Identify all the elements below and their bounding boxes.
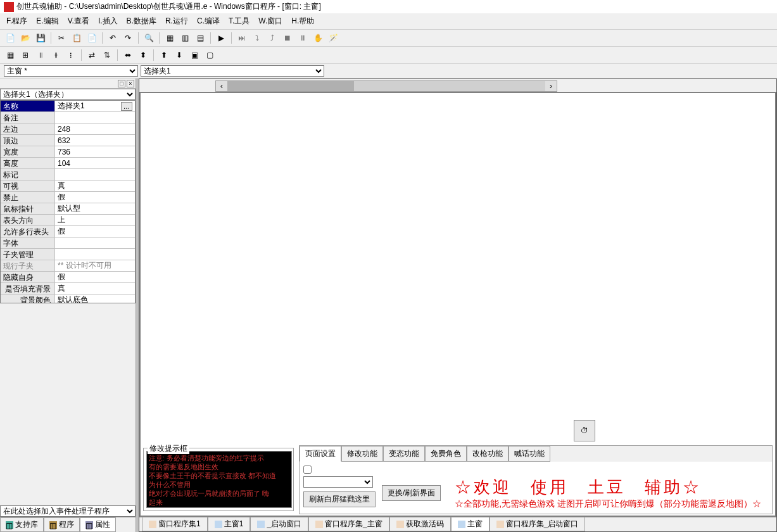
layout2-icon[interactable]: ▥ [179,32,191,44]
property-value[interactable]: 假 [55,192,135,203]
bottom-tab-3[interactable]: 窗口程序集_主窗 [308,517,389,531]
property-value[interactable]: 真 [55,283,135,294]
acenter-icon[interactable]: ⬍ [137,49,149,61]
property-value[interactable]: 632 [55,135,135,146]
tab-0[interactable]: 页面设置 [300,446,341,462]
property-row[interactable]: 名称选择夹1... [1,101,135,112]
property-row[interactable]: 子夹管理 [1,249,135,260]
horizontal-scrollbar[interactable]: ‹ › [215,80,557,92]
menu-help[interactable]: H.帮助 [291,16,314,27]
tab-properties[interactable]: ◫属性 [80,517,116,532]
new-icon[interactable]: 📄 [4,32,16,44]
align1-icon[interactable]: ⫴ [34,49,47,61]
group-icon[interactable]: ▣ [188,49,201,61]
redo-icon[interactable]: ↷ [122,32,134,44]
grid-icon[interactable]: ▦ [4,49,16,61]
window-select[interactable]: 主窗 * [4,65,138,77]
property-row[interactable]: 宽度736 [1,146,135,158]
align3-icon[interactable]: ⫶ [65,49,77,61]
hflip-icon[interactable]: ⇄ [85,49,98,61]
menu-run[interactable]: R.运行 [165,16,188,27]
layout3-icon[interactable]: ▤ [194,32,206,44]
property-value[interactable]: 选择夹1... [55,101,135,111]
property-value[interactable] [55,238,135,248]
scroll-right-icon[interactable]: › [545,81,557,91]
breakpoint-icon[interactable]: ⏹ [281,32,294,44]
menu-program[interactable]: F.程序 [6,16,27,27]
step-icon[interactable]: ⏭ [236,32,248,44]
property-value[interactable]: 假 [55,272,135,282]
tab-3[interactable]: 免费角色 [425,446,467,462]
layout1-icon[interactable]: ▦ [163,32,176,44]
bottom-tab-5[interactable]: 主窗 [451,517,490,531]
property-value[interactable]: 真 [55,180,135,191]
menu-edit[interactable]: E.编辑 [36,16,58,27]
checkbox[interactable] [303,466,312,474]
bottom-tab-4[interactable]: 获取激活码 [389,517,451,531]
stepinto-icon[interactable]: ⤵ [251,32,263,44]
scroll-left-icon[interactable]: ‹ [216,81,227,91]
menu-view[interactable]: V.查看 [68,16,89,27]
property-row[interactable]: 标记 [1,169,135,180]
property-row[interactable]: 允许多行表头假 [1,226,135,238]
menu-insert[interactable]: I.插入 [98,16,118,27]
stop-icon[interactable]: ⏸ [296,32,309,44]
cut-icon[interactable]: ✂ [55,32,68,44]
bottom-tab-6[interactable]: 窗口程序集_启动窗口 [490,517,586,531]
run-icon[interactable]: ▶ [215,32,227,44]
property-value[interactable]: 默认型 [55,203,135,214]
property-row[interactable]: 鼠标指针默认型 [1,203,135,215]
property-grid[interactable]: 名称选择夹1...备注左边248顶边632宽度736高度104标记可视真禁止假鼠… [0,100,136,303]
property-value[interactable] [55,249,135,260]
property-value[interactable]: 104 [55,158,135,168]
panel-close-icon[interactable]: × [127,80,134,87]
tab-1[interactable]: 修改功能 [341,446,383,462]
open-icon[interactable]: 📂 [19,32,32,44]
undo-icon[interactable]: ↶ [106,32,119,44]
property-value[interactable] [55,169,135,180]
property-value[interactable]: 736 [55,146,135,157]
property-value[interactable]: ** 设计时不可用 [55,260,135,271]
bottom-tab-0[interactable]: 窗口程序集1 [142,517,208,531]
property-row[interactable]: 背景颜色默认底色 [1,294,135,303]
property-row[interactable]: 高度104 [1,158,135,169]
find-icon[interactable]: 🔍 [142,32,155,44]
component-select[interactable]: 选择夹1（选择夹） [0,89,136,100]
timer-icon[interactable]: ⏱ [574,420,595,441]
snap-icon[interactable]: ⊞ [19,49,32,61]
form-canvas[interactable]: ⏱ 修改提示框 注意: 务必看清楚功能旁边的红字提示有的需要退反地图生效不要像土… [141,93,775,516]
menu-tools[interactable]: T.工具 [229,16,250,27]
property-row[interactable]: 隐藏自身假 [1,272,135,283]
stepout-icon[interactable]: ⤴ [266,32,279,44]
property-row[interactable]: 是否填充背景真 [1,283,135,294]
property-row[interactable]: 字体 [1,238,135,249]
save-icon[interactable]: 💾 [34,32,47,44]
refresh-ui-button[interactable]: 更换/刷新界面 [382,485,441,501]
property-row[interactable]: 左边248 [1,124,135,135]
menu-database[interactable]: B.数据库 [127,16,156,27]
ungroup-icon[interactable]: ▢ [203,49,216,61]
property-row[interactable]: 现行子夹** 设计时不可用 [1,260,135,272]
back-icon[interactable]: ⬇ [173,49,186,61]
bottom-tab-2[interactable]: _启动窗口 [250,517,308,531]
paste-icon[interactable]: 📄 [85,32,98,44]
control-select[interactable]: 选择夹1 [141,65,324,77]
panel-pin-icon[interactable]: □ [118,80,125,87]
menu-window[interactable]: W.窗口 [258,16,282,27]
front-icon[interactable]: ⬆ [158,49,170,61]
aleft-icon[interactable]: ⬌ [122,49,134,61]
tab-program[interactable]: ◫程序 [44,517,80,532]
vflip-icon[interactable]: ⇅ [101,49,113,61]
property-row[interactable]: 备注 [1,112,135,124]
property-value[interactable]: 上 [55,215,135,225]
event-select[interactable]: 在此处选择加入事件处理子程序 [0,505,136,517]
property-value[interactable]: 默认底色 [55,294,135,303]
tab-support-lib[interactable]: ◫支持库 [0,517,44,532]
copy-icon[interactable]: 📋 [70,32,83,44]
menu-compile[interactable]: C.编译 [197,16,220,27]
option-select[interactable] [303,476,373,488]
cursor-icon[interactable]: ✋ [312,32,324,44]
property-value[interactable]: 248 [55,124,135,134]
tab-2[interactable]: 变态功能 [383,446,425,462]
property-row[interactable]: 可视真 [1,180,135,192]
